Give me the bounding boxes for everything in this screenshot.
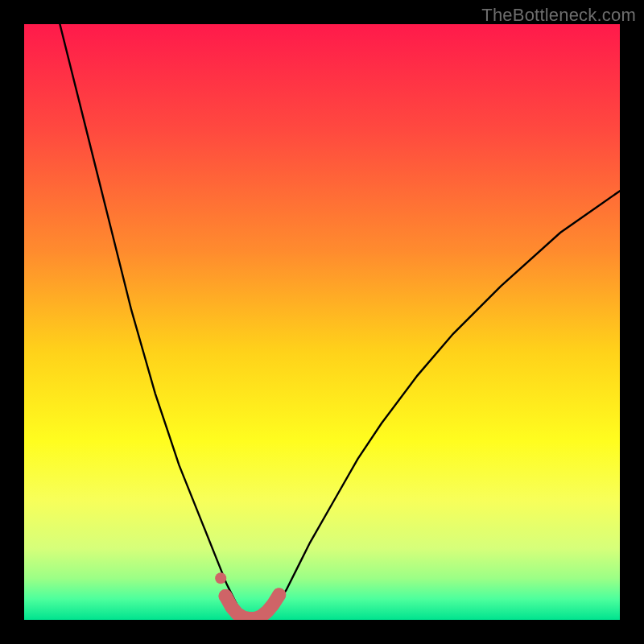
chart-frame — [24, 24, 620, 620]
highlight-band-end — [272, 588, 286, 601]
highlight-dot — [215, 572, 226, 584]
watermark-text: TheBottleneck.com — [481, 5, 636, 26]
highlight-band-end — [219, 589, 233, 603]
chart-svg — [24, 24, 620, 620]
chart-background — [24, 24, 620, 620]
